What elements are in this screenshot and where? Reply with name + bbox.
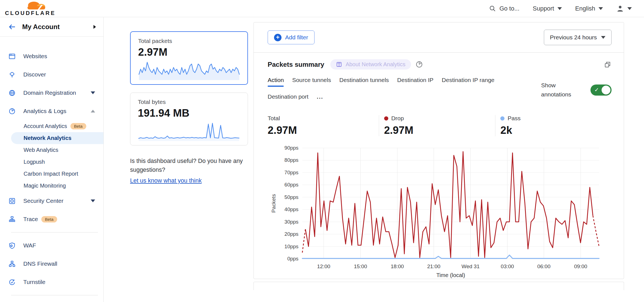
goto-search[interactable]: Go to...: [489, 5, 519, 12]
chevron-down-icon: [557, 7, 562, 10]
tab-action[interactable]: Action: [268, 77, 284, 87]
beta-badge: Beta: [70, 123, 86, 129]
refresh-check-icon: [8, 278, 16, 286]
pie-chart-toggle-icon[interactable]: [415, 61, 423, 68]
add-filter-button[interactable]: + Add filter: [268, 30, 315, 44]
svg-text:Packets: Packets: [271, 194, 277, 213]
time-range-dropdown[interactable]: Previous 24 hours: [544, 30, 612, 45]
sidebar-item-label: Magic Monitoring: [24, 183, 66, 189]
tab-source-tunnels[interactable]: Source tunnels: [292, 77, 331, 87]
sidebar-item-label: Turnstile: [23, 279, 45, 285]
cloudflare-logo[interactable]: CLOUDFLARE: [5, 1, 56, 16]
user-icon: [616, 5, 624, 12]
svg-text:30pps: 30pps: [285, 219, 298, 225]
sidebar-item-label: WAF: [23, 242, 36, 249]
tabs-more-button[interactable]: ...: [317, 93, 323, 103]
vault-icon: [8, 197, 16, 205]
total-bytes-value: 191.94 MB: [138, 107, 240, 119]
support-menu[interactable]: Support: [533, 5, 562, 12]
sidebar-item-label: Carbon Impact Report: [24, 171, 78, 177]
account-menu[interactable]: [616, 5, 632, 12]
sidebar-item-label: DNS Firewall: [23, 260, 57, 267]
sidebar-item-label: Trace: [23, 216, 38, 222]
total-packets-card[interactable]: Total packets 2.97M: [130, 31, 248, 85]
svg-text:Time (local): Time (local): [436, 272, 465, 278]
language-menu[interactable]: English: [575, 5, 603, 12]
sidebar-item-label: Security Center: [23, 198, 64, 204]
sidebar-item-magic-monitoring[interactable]: Magic Monitoring: [0, 180, 103, 192]
sidebar-item-logpush[interactable]: Logpush: [0, 156, 103, 168]
sidebar-item-network-analytics[interactable]: Network Analytics: [11, 132, 103, 144]
sidebar-item-dns-firewall[interactable]: DNS Firewall: [0, 255, 103, 273]
check-icon: ✓: [594, 86, 599, 93]
about-network-analytics-badge[interactable]: About Network Analytics: [330, 59, 411, 70]
total-bytes-label: Total bytes: [138, 99, 240, 105]
add-filter-label: Add filter: [285, 34, 308, 41]
svg-text:21:00: 21:00: [427, 263, 440, 269]
stat-pass-label: Pass: [508, 115, 521, 122]
stat-drop-value: 2.97M: [384, 124, 495, 136]
sidebar-item-websites[interactable]: Websites: [0, 47, 103, 65]
sidebar-item-domain-registration[interactable]: Domain Registration: [0, 84, 103, 102]
next-panel-edge: [253, 282, 624, 290]
sidebar-item-discover[interactable]: Discover: [0, 65, 103, 84]
sidebar-item-analytics-logs[interactable]: Analytics & Logs: [0, 102, 103, 120]
dimension-tabs: Action Source tunnels Destination tunnel…: [268, 77, 526, 103]
expand-panel-icon[interactable]: [603, 60, 612, 69]
show-annotations-toggle[interactable]: ✓: [590, 85, 612, 96]
about-badge-label: About Network Analytics: [346, 61, 405, 68]
brand-wordmark: CLOUDFLARE: [5, 10, 56, 16]
svg-text:0pps: 0pps: [287, 256, 298, 262]
sidebar-item-security-center[interactable]: Security Center: [0, 192, 103, 210]
svg-text:90pps: 90pps: [285, 146, 298, 151]
sidebar-item-label: Analytics & Logs: [23, 108, 66, 114]
total-packets-label: Total packets: [138, 38, 240, 44]
svg-text:12:00: 12:00: [317, 263, 330, 269]
tab-destination-ip[interactable]: Destination IP: [397, 77, 433, 87]
book-icon: [336, 61, 342, 68]
search-icon: [489, 5, 496, 12]
sidebar-account-header[interactable]: My Account: [0, 17, 103, 37]
svg-text:18:00: 18:00: [391, 263, 404, 269]
sidebar: My Account Websites Discover Domain Regi…: [0, 17, 104, 302]
total-bytes-sparkline: [138, 121, 240, 141]
svg-text:70pps: 70pps: [285, 170, 298, 175]
tab-destination-ip-range[interactable]: Destination IP range: [442, 77, 495, 87]
tab-destination-tunnels[interactable]: Destination tunnels: [339, 77, 389, 87]
svg-text:10pps: 10pps: [285, 244, 298, 249]
svg-text:40pps: 40pps: [285, 206, 298, 212]
total-packets-value: 2.97M: [138, 46, 240, 58]
chevron-right-icon[interactable]: [93, 25, 96, 29]
pie-chart-icon: [8, 108, 16, 115]
stat-total: Total 2.97M: [268, 115, 379, 136]
toggle-knob: [602, 86, 610, 94]
sidebar-item-label: Discover: [23, 71, 46, 78]
feedback-link[interactable]: Let us know what you think: [130, 176, 202, 185]
time-range-label: Previous 24 hours: [550, 34, 597, 41]
sidebar-nav: Websites Discover Domain Registration An…: [0, 37, 103, 302]
cloudflare-cloud-icon: [21, 1, 52, 10]
packets-summary-panel: + Add filter Previous 24 hours Packets s…: [253, 22, 624, 279]
sidebar-item-web-analytics[interactable]: Web Analytics: [0, 144, 103, 156]
sidebar-item-turnstile[interactable]: Turnstile: [0, 273, 103, 291]
chevron-down-icon: [91, 91, 95, 94]
browser-icon: [8, 53, 16, 60]
hierarchy-icon: [8, 260, 16, 268]
chevron-down-icon: [91, 199, 95, 202]
plus-icon: +: [274, 34, 282, 41]
stat-pass-value: 2k: [500, 124, 612, 136]
sidebar-item-account-analytics[interactable]: Account Analytics Beta: [0, 120, 103, 132]
show-annotations-label: Show annotations: [541, 81, 583, 99]
sidebar-item-trace[interactable]: Trace Beta: [0, 210, 103, 228]
main-content: + Add filter Previous 24 hours Packets s…: [253, 22, 624, 302]
sidebar-item-carbon-impact-report[interactable]: Carbon Impact Report: [0, 168, 103, 180]
pass-legend-dot: [500, 116, 504, 121]
sidebar-item-waf[interactable]: WAF: [0, 236, 103, 255]
tab-destination-port[interactable]: Destination port: [268, 93, 308, 103]
total-bytes-card[interactable]: Total bytes 191.94 MB: [130, 93, 248, 145]
stat-total-label: Total: [268, 115, 280, 122]
sidebar-item-partial[interactable]: [0, 299, 103, 302]
chevron-down-icon: [599, 7, 603, 10]
summary-stats-row: Total 2.97M Drop 2.97M Pass 2k: [268, 115, 612, 136]
back-arrow-icon[interactable]: [8, 23, 16, 31]
